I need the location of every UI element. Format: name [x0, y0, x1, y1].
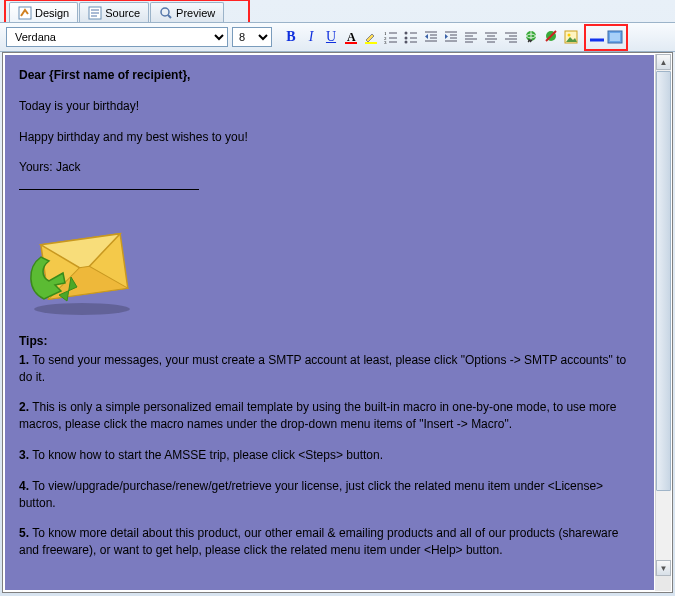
svg-text:A: A — [347, 30, 356, 44]
svg-point-5 — [161, 8, 169, 16]
body-line: Today is your birthday! — [19, 98, 640, 115]
special-buttons-group — [584, 24, 628, 51]
svg-point-47 — [568, 34, 571, 37]
tab-label: Design — [35, 7, 69, 19]
tip-number: 5. — [19, 526, 29, 540]
highlight-button[interactable] — [362, 28, 380, 46]
tip-number: 1. — [19, 353, 29, 367]
tip-number: 3. — [19, 448, 29, 462]
preview-icon — [159, 6, 173, 20]
tab-bar: Design Source Preview — [4, 0, 250, 22]
tip-text: To know more detail about this product, … — [19, 526, 618, 557]
envelope-image — [19, 209, 149, 319]
tip-text: To know how to start the AMSSE trip, ple… — [29, 448, 383, 462]
outdent-button[interactable] — [422, 28, 440, 46]
svg-point-51 — [34, 303, 130, 315]
font-family-select[interactable]: Verdana — [6, 27, 228, 47]
font-size-select[interactable]: 8 — [232, 27, 272, 47]
svg-rect-8 — [345, 42, 357, 44]
svg-text:3: 3 — [384, 40, 387, 44]
format-toolbar: Verdana 8 B I U A 123 — [0, 22, 675, 52]
remove-link-button[interactable] — [542, 28, 560, 46]
tab-design[interactable]: Design — [9, 2, 78, 22]
tip-number: 2. — [19, 400, 29, 414]
scroll-up-button[interactable]: ▲ — [656, 54, 671, 70]
vertical-scrollbar[interactable]: ▲ ▼ — [655, 54, 671, 576]
unordered-list-button[interactable] — [402, 28, 420, 46]
insert-image-button[interactable] — [562, 28, 580, 46]
separator-line — [19, 189, 199, 190]
align-right-button[interactable] — [502, 28, 520, 46]
indent-button[interactable] — [442, 28, 460, 46]
italic-button[interactable]: I — [302, 28, 320, 46]
svg-line-6 — [168, 15, 171, 18]
scroll-thumb[interactable] — [656, 71, 671, 491]
body-line: Happy birthday and my best wishes to you… — [19, 129, 640, 146]
scroll-down-button[interactable]: ▼ — [656, 560, 671, 576]
underline-button[interactable]: U — [322, 28, 340, 46]
svg-point-18 — [405, 37, 408, 40]
tab-source[interactable]: Source — [79, 2, 149, 22]
signoff: Yours: Jack — [19, 159, 640, 176]
svg-rect-9 — [365, 42, 377, 44]
align-center-button[interactable] — [482, 28, 500, 46]
tab-preview[interactable]: Preview — [150, 2, 224, 22]
svg-point-16 — [405, 32, 408, 35]
insert-link-button[interactable] — [522, 28, 540, 46]
tip-text: This is only a simple personalized email… — [19, 400, 616, 431]
editor-container: Dear {First name of recipient}, Today is… — [2, 52, 673, 593]
tip-number: 4. — [19, 479, 29, 493]
svg-rect-50 — [610, 33, 620, 41]
bold-button[interactable]: B — [282, 28, 300, 46]
svg-point-20 — [405, 41, 408, 44]
tip-text: To send your messages, your must create … — [19, 353, 626, 384]
background-button[interactable] — [606, 28, 624, 46]
ordered-list-button[interactable]: 123 — [382, 28, 400, 46]
align-left-button[interactable] — [462, 28, 480, 46]
salutation: Dear {First name of recipient}, — [19, 68, 190, 82]
tab-label: Source — [105, 7, 140, 19]
source-icon — [88, 6, 102, 20]
editor-body[interactable]: Dear {First name of recipient}, Today is… — [5, 55, 654, 590]
tab-label: Preview — [176, 7, 215, 19]
tip-text: To view/upgrade/purchase/renew/get/retri… — [19, 479, 603, 510]
scrollbar-corner — [655, 576, 671, 591]
design-icon — [18, 6, 32, 20]
font-color-button[interactable]: A — [342, 28, 360, 46]
insert-hr-button[interactable] — [588, 28, 606, 46]
tips-heading: Tips: — [19, 334, 47, 348]
